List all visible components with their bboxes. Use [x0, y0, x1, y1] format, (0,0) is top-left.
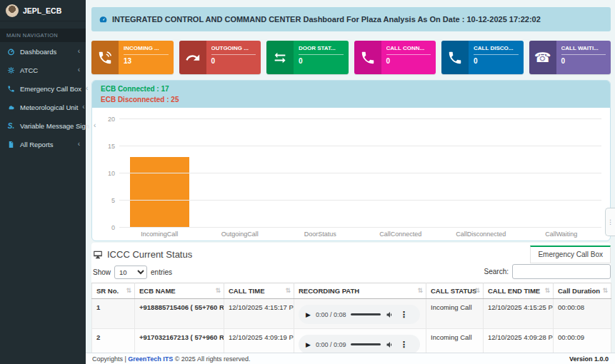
kpi-card-door-status: DOOR STAT... 0	[266, 41, 349, 74]
audio-player[interactable]: ▶ 0:00 / 0:09 ⋮	[299, 335, 420, 354]
ecb-connected-status: ECB Connected : 17	[101, 84, 601, 94]
sidebar-item-all-reports[interactable]: All Reports ‹	[0, 135, 86, 153]
call-connected-icon	[354, 41, 381, 74]
brand: JEPL_ECB	[0, 0, 86, 21]
greentech-its-link[interactable]: GreenTech ITS	[128, 355, 173, 363]
main-navigation: Dashboards ‹ ATCC ‹ Emergency Call Box ‹	[0, 42, 86, 153]
kpi-value: 0	[211, 57, 256, 65]
section-title-text: ICCC Current Status	[107, 249, 192, 260]
tab-emergency-call-box[interactable]: Emergency Call Box	[530, 246, 611, 263]
table-row: 1 +918885715406 ( 55+760 RHS) 12/10/2025…	[92, 299, 611, 329]
kpi-value: 0	[561, 57, 606, 65]
volume-icon[interactable]	[386, 340, 394, 349]
audio-progress-bar[interactable]	[351, 343, 381, 345]
gridline	[119, 146, 601, 146]
chevron-left-icon: ‹	[94, 123, 96, 128]
sidebar-item-atcc[interactable]: ATCC ‹	[0, 61, 86, 79]
x-axis-label: IncomingCall	[119, 231, 200, 238]
ecb-status-band: ECB Connected : 17 ECB Disconnected : 25	[92, 81, 610, 108]
sort-icon: ⇅	[474, 287, 480, 294]
call-waiting-icon: ☎	[529, 41, 556, 74]
page-length-control: Show 10 entries	[93, 266, 172, 279]
more-options-icon[interactable]: ⋮	[399, 310, 408, 320]
column-header-call-end-time[interactable]: CALL END TIME⇅	[484, 283, 554, 299]
kpi-value: 13	[124, 57, 169, 65]
x-axis-label: OutgoingCall	[200, 231, 281, 238]
audio-player[interactable]: ▶ 0:00 / 0:08 ⋮	[299, 305, 420, 324]
footer: Copyrights | GreenTech ITS © 2025 All ri…	[86, 353, 615, 364]
iccc-current-status-section: ICCC Current Status Emergency Call Box S…	[91, 243, 611, 353]
y-axis-label: 15	[98, 143, 115, 150]
chevron-left-icon: ‹	[82, 104, 84, 110]
search-label: Search:	[484, 268, 509, 275]
kpi-cards-row: INCOMING ... 13 OUTGOING ... 0 DOOR ST	[91, 41, 611, 74]
audio-time: 0:00 / 0:09	[316, 341, 346, 348]
column-header-call-time[interactable]: CALL TIME⇅	[224, 283, 294, 299]
kpi-label: CALL WAITI...	[561, 45, 606, 55]
bar-chart: 05101520 IncomingCallOutgoingCallDoorSta…	[92, 108, 610, 241]
side-panel-handle[interactable]: ⋮	[605, 208, 615, 236]
incoming-call-icon	[91, 41, 119, 74]
cell-call-time: 12/10/2025 4:15:17 PM	[224, 299, 294, 329]
sidebar-item-dashboards[interactable]: Dashboards ‹	[0, 42, 86, 61]
avatar	[6, 4, 19, 17]
page-length-select[interactable]: 10	[114, 266, 147, 279]
gridline	[119, 227, 601, 228]
kpi-value: 0	[474, 57, 519, 65]
kpi-card-incoming-call: INCOMING ... 13	[91, 41, 174, 74]
kpi-label: CALL CONN...	[386, 45, 431, 55]
volume-icon[interactable]	[386, 310, 394, 319]
door-status-icon	[266, 41, 294, 74]
x-axis-label: CallDisconnected	[441, 231, 521, 238]
x-axis-label: DoorStatus	[280, 231, 361, 238]
gridline	[119, 173, 601, 173]
sort-icon: ⇅	[544, 287, 550, 294]
chart-plot-area: 05101520	[119, 119, 601, 228]
sidebar-item-meteorological-unit[interactable]: Meteorological Unit ‹	[0, 98, 86, 116]
table-controls: Show 10 entries Search:	[91, 263, 611, 281]
sort-icon: ⇅	[126, 287, 131, 294]
sidebar-item-variable-message-sign[interactable]: S. Variable Message Sign ‹	[0, 116, 86, 135]
page-title-band: INTEGRATED CONTROL AND COMMAND CENTER Da…	[91, 7, 611, 31]
table-header-row: SR No.⇅ ECB NAME⇅ CALL TIME⇅ RECORDING P…	[92, 283, 611, 299]
chart-bar-IncomingCall	[130, 157, 189, 228]
main-content: INTEGRATED CONTROL AND COMMAND CENTER Da…	[86, 0, 615, 364]
sidebar-item-label: Emergency Call Box	[20, 85, 81, 93]
dashboard-icon	[6, 47, 16, 56]
kpi-card-call-connected: CALL CONN... 0	[354, 41, 436, 74]
column-header-sr-no[interactable]: SR No.⇅	[92, 283, 135, 299]
outgoing-call-icon	[179, 41, 206, 74]
kpi-value: 0	[386, 57, 431, 65]
play-icon[interactable]: ▶	[306, 311, 311, 318]
kpi-card-call-waiting: ☎ CALL WAITI... 0	[529, 41, 611, 74]
sidebar-item-label: ATCC	[20, 66, 38, 74]
search-input[interactable]	[512, 264, 611, 279]
column-header-call-duration[interactable]: Call Duration⇅	[554, 283, 611, 299]
page-title: INTEGRATED CONTROL AND COMMAND CENTER Da…	[112, 15, 541, 24]
vms-icon: S.	[6, 121, 16, 130]
sidebar-item-emergency-call-box[interactable]: Emergency Call Box ‹	[0, 79, 86, 98]
entries-label: entries	[151, 268, 172, 276]
kpi-label: CALL DISCO...	[474, 45, 519, 55]
play-icon[interactable]: ▶	[306, 341, 311, 348]
cell-sr-no: 1	[92, 299, 135, 329]
column-header-ecb-name[interactable]: ECB NAME⇅	[135, 283, 224, 299]
audio-time: 0:00 / 0:08	[316, 311, 346, 318]
sidebar-item-label: All Reports	[20, 141, 53, 148]
y-axis-label: 20	[98, 116, 115, 123]
audio-progress-bar[interactable]	[351, 313, 381, 315]
x-axis-label: CallWaiting	[521, 231, 602, 238]
column-header-call-status[interactable]: CALL STATUS⇅	[426, 283, 484, 299]
call-disconnected-icon	[441, 41, 469, 74]
cell-ecb-name: +918885715406 ( 55+760 RHS)	[135, 299, 224, 329]
sort-icon: ⇅	[285, 287, 291, 294]
nav-section-label: MAIN NAVIGATION	[0, 29, 86, 42]
kpi-card-outgoing-call: OUTGOING ... 0	[179, 41, 261, 74]
ecb-status-chart-card: ECB Connected : 17 ECB Disconnected : 25…	[91, 80, 611, 241]
sidebar-item-label: Dashboards	[20, 48, 56, 56]
gears-icon	[6, 66, 16, 74]
column-header-recording-path[interactable]: RECORDING PATH⇅	[294, 283, 426, 299]
calls-table: SR No.⇅ ECB NAME⇅ CALL TIME⇅ RECORDING P…	[91, 283, 611, 359]
sidebar-item-label: Meteorological Unit	[20, 103, 78, 111]
more-options-icon[interactable]: ⋮	[399, 340, 408, 350]
